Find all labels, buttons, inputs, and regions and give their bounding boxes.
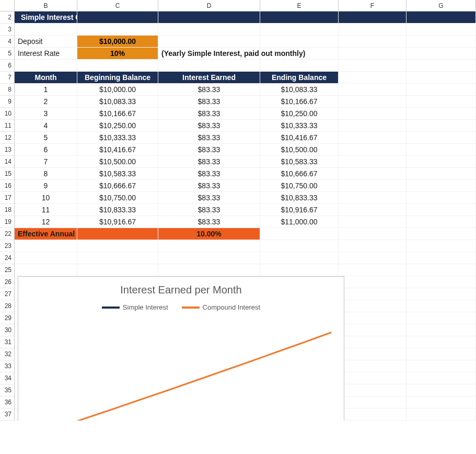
cell[interactable] xyxy=(339,72,407,84)
cell[interactable] xyxy=(407,312,476,324)
cell[interactable] xyxy=(15,24,77,36)
cell[interactable] xyxy=(407,264,476,276)
effective-label[interactable]: Effective Annual Interest Rate xyxy=(15,228,77,240)
row-header-6[interactable]: 6 xyxy=(0,60,15,72)
cell[interactable] xyxy=(339,408,407,421)
cell[interactable] xyxy=(407,72,476,84)
title-bar-fill[interactable] xyxy=(339,12,407,24)
cell[interactable] xyxy=(158,36,260,48)
cell[interactable] xyxy=(339,120,407,132)
row-header-24[interactable]: 24 xyxy=(0,252,15,264)
cell[interactable] xyxy=(407,300,476,312)
cell[interactable] xyxy=(339,132,407,144)
rate-input[interactable]: 10% xyxy=(77,48,158,60)
rate-label[interactable]: Interest Rate xyxy=(15,48,77,60)
cell[interactable] xyxy=(158,240,260,252)
cell[interactable] xyxy=(407,276,476,288)
cell-interest[interactable]: $83.33 xyxy=(158,180,260,192)
cell-interest[interactable]: $83.33 xyxy=(158,96,260,108)
cell[interactable] xyxy=(407,156,476,168)
cell-interest[interactable]: $83.33 xyxy=(158,132,260,144)
th-interest[interactable]: Interest Earned xyxy=(158,72,260,84)
cell-end[interactable]: $10,416.67 xyxy=(260,132,339,144)
cell-month[interactable]: 5 xyxy=(15,132,77,144)
cell-begin[interactable]: $10,666.67 xyxy=(77,180,158,192)
cell[interactable] xyxy=(407,396,476,408)
cell[interactable] xyxy=(407,36,476,48)
cell-end[interactable]: $10,500.00 xyxy=(260,144,339,156)
row-header-32[interactable]: 32 xyxy=(0,348,15,360)
page-title[interactable]: Simple Interest Calculator xyxy=(15,12,77,24)
cell[interactable] xyxy=(339,276,407,288)
cell[interactable] xyxy=(407,60,476,72)
cell[interactable] xyxy=(407,252,476,264)
row-header-16[interactable]: 16 xyxy=(0,180,15,192)
cell[interactable] xyxy=(407,108,476,120)
cell[interactable] xyxy=(260,24,339,36)
row-header-13[interactable]: 13 xyxy=(0,144,15,156)
cell-month[interactable]: 11 xyxy=(15,204,77,216)
cell-begin[interactable]: $10,833.33 xyxy=(77,204,158,216)
cell-begin[interactable]: $10,416.67 xyxy=(77,144,158,156)
row-header-31[interactable]: 31 xyxy=(0,336,15,348)
row-header-12[interactable]: 12 xyxy=(0,132,15,144)
rate-note[interactable]: (Yearly Simple Interest, paid out monthl… xyxy=(158,48,260,60)
row-header-29[interactable]: 29 xyxy=(0,312,15,324)
cell[interactable] xyxy=(407,324,476,336)
cell-month[interactable]: 6 xyxy=(15,144,77,156)
row-header-23[interactable]: 23 xyxy=(0,240,15,252)
cell[interactable] xyxy=(339,156,407,168)
row-header-25[interactable]: 25 xyxy=(0,264,15,276)
cell-end[interactable]: $10,083.33 xyxy=(260,84,339,96)
row-header-19[interactable]: 19 xyxy=(0,216,15,228)
cell-end[interactable]: $10,250.00 xyxy=(260,108,339,120)
cell-end[interactable]: $10,583.33 xyxy=(260,156,339,168)
cell[interactable] xyxy=(407,96,476,108)
row-header-34[interactable]: 34 xyxy=(0,372,15,384)
row-header-28[interactable]: 28 xyxy=(0,300,15,312)
row-header-18[interactable]: 18 xyxy=(0,204,15,216)
th-beginning[interactable]: Beginning Balance xyxy=(77,72,158,84)
cell-end[interactable]: $10,666.67 xyxy=(260,168,339,180)
cell[interactable] xyxy=(339,372,407,384)
cell[interactable] xyxy=(339,192,407,204)
title-bar-fill[interactable] xyxy=(407,12,476,24)
row-header-11[interactable]: 11 xyxy=(0,120,15,132)
cell[interactable] xyxy=(339,300,407,312)
cell-end[interactable]: $10,166.67 xyxy=(260,96,339,108)
cell-interest[interactable]: $83.33 xyxy=(158,120,260,132)
cell[interactable] xyxy=(339,60,407,72)
row-header-15[interactable]: 15 xyxy=(0,168,15,180)
cell[interactable] xyxy=(260,48,339,60)
row-header-36[interactable]: 36 xyxy=(0,396,15,408)
cell[interactable] xyxy=(77,24,158,36)
cell[interactable] xyxy=(407,336,476,348)
cell[interactable] xyxy=(77,252,158,264)
cell[interactable] xyxy=(260,240,339,252)
deposit-input[interactable]: $10,000.00 xyxy=(77,36,158,48)
cell[interactable] xyxy=(407,132,476,144)
cell-begin[interactable]: $10,166.67 xyxy=(77,108,158,120)
cell-end[interactable]: $10,333.33 xyxy=(260,120,339,132)
col-header-E[interactable]: E xyxy=(260,0,339,12)
cell[interactable] xyxy=(260,252,339,264)
cell[interactable] xyxy=(407,120,476,132)
col-header-F[interactable]: F xyxy=(339,0,407,12)
cell[interactable] xyxy=(158,252,260,264)
cell[interactable] xyxy=(260,60,339,72)
cell-interest[interactable]: $83.33 xyxy=(158,144,260,156)
cell-end[interactable]: $10,750.00 xyxy=(260,180,339,192)
cell[interactable] xyxy=(339,96,407,108)
cell-begin[interactable]: $10,500.00 xyxy=(77,156,158,168)
cell[interactable] xyxy=(339,84,407,96)
cell-begin[interactable]: $10,333.33 xyxy=(77,132,158,144)
cell-begin[interactable]: $10,000.00 xyxy=(77,84,158,96)
cell[interactable] xyxy=(407,228,476,240)
cell[interactable] xyxy=(339,204,407,216)
cell[interactable] xyxy=(339,48,407,60)
cell-interest[interactable]: $83.33 xyxy=(158,84,260,96)
select-all-corner[interactable] xyxy=(0,0,15,12)
col-header-G[interactable]: G xyxy=(407,0,476,12)
cell[interactable] xyxy=(339,240,407,252)
cell[interactable] xyxy=(339,144,407,156)
